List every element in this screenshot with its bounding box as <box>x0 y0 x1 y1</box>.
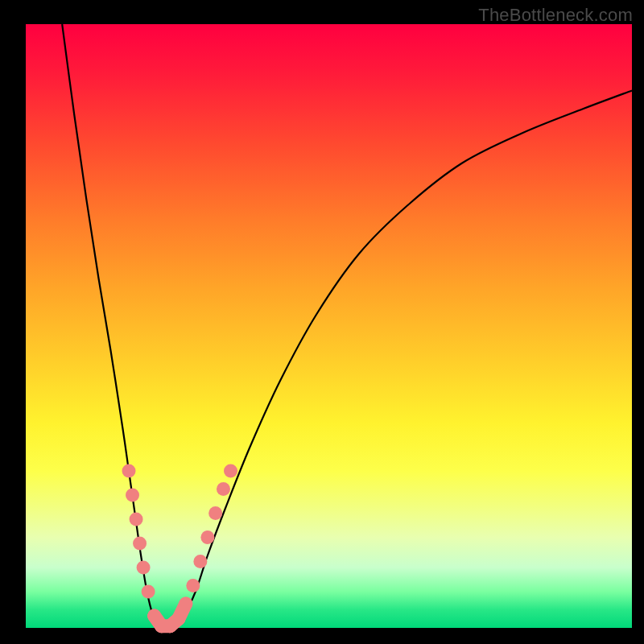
marker-dot <box>133 537 147 551</box>
marker-dot <box>130 513 143 526</box>
marker-dot <box>208 506 222 520</box>
marker-dot <box>171 612 185 625</box>
chart-frame: TheBottleneck.com <box>0 0 644 644</box>
curve-layer <box>62 24 632 630</box>
marker-dot <box>200 530 214 544</box>
marker-dot <box>126 489 139 502</box>
marker-dot <box>224 464 237 478</box>
marker-dot <box>179 597 192 611</box>
chart-svg <box>0 0 644 644</box>
marker-dot <box>193 555 207 568</box>
marker-dot <box>122 464 136 478</box>
bottleneck-curve <box>62 24 632 630</box>
marker-dot <box>186 579 200 592</box>
marker-dot <box>142 585 155 599</box>
marker-layer <box>122 464 238 634</box>
marker-dot <box>217 482 230 496</box>
marker-dot <box>137 561 151 575</box>
